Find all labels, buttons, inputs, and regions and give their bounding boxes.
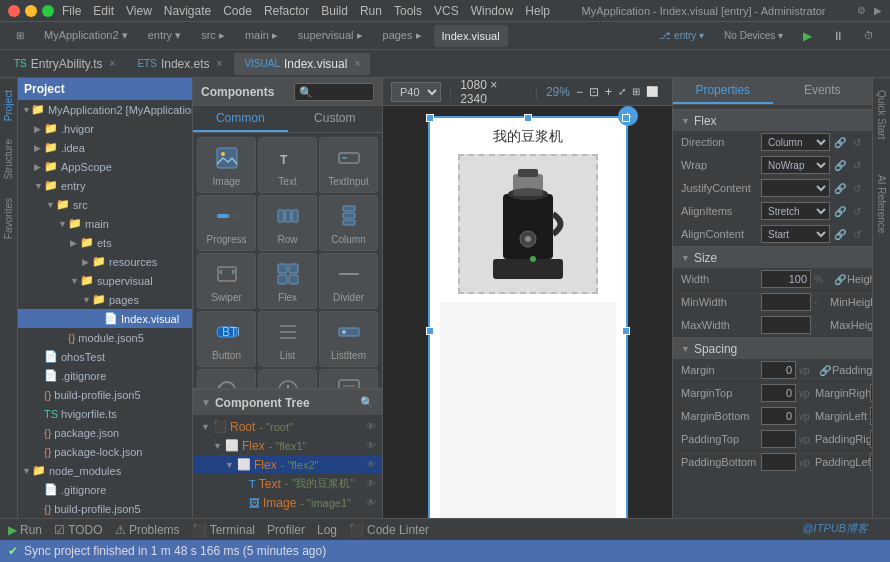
menu-item-run[interactable]: Run	[360, 4, 382, 18]
problems-btn[interactable]: ⚠ Problems	[115, 523, 180, 537]
align-content-select[interactable]: Start	[761, 225, 830, 243]
tree-item[interactable]: {}build-profile.json5	[18, 499, 192, 518]
settings-icon[interactable]: ⚙	[857, 5, 866, 16]
padding-top-input[interactable]	[761, 430, 796, 448]
tab-close-icon[interactable]: ×	[217, 58, 223, 69]
tree-item[interactable]: ▶📁ets	[18, 233, 192, 252]
file-tab-index-visual[interactable]: VISUALIndex.visual×	[234, 53, 370, 75]
quick-start-tab[interactable]: Quick Start	[874, 82, 889, 147]
comp-item-textinput[interactable]: TextInput	[319, 137, 378, 193]
zoom-out-btn[interactable]: −	[576, 85, 583, 99]
menu-item-build[interactable]: Build	[321, 4, 348, 18]
git-branch[interactable]: ⎇ entry ▾	[651, 25, 712, 47]
device-select[interactable]: P40	[391, 82, 441, 102]
align-items-select[interactable]: Stretch	[761, 202, 830, 220]
align-items-reset-icon[interactable]: ↺	[850, 204, 864, 218]
menu-item-tools[interactable]: Tools	[394, 4, 422, 18]
justify-reset-icon[interactable]: ↺	[850, 181, 864, 195]
wrap-reset-icon[interactable]: ↺	[850, 158, 864, 172]
visibility-icon[interactable]: 👁	[366, 478, 376, 489]
direction-select[interactable]: Column	[761, 133, 830, 151]
grid-btn[interactable]: ⊞	[632, 86, 640, 97]
tree-item[interactable]: {}build-profile.json5	[18, 385, 192, 404]
comp-item-textpicker[interactable]: TextPicker	[319, 369, 378, 388]
justify-select[interactable]	[761, 179, 830, 197]
main-selector[interactable]: main ▸	[237, 25, 286, 47]
comp-item-row[interactable]: Row	[258, 195, 317, 251]
zoom-reset-btn[interactable]: ⊡	[589, 85, 599, 99]
comp-item-timepicker[interactable]: TimePicker	[258, 369, 317, 388]
comp-item-divider[interactable]: Divider	[319, 253, 378, 309]
resize-handle-t[interactable]	[524, 114, 532, 122]
tree-item[interactable]: 📄.gitignore	[18, 480, 192, 499]
tab-close-icon[interactable]: ×	[110, 58, 116, 69]
supervisual-selector[interactable]: supervisual ▸	[290, 25, 371, 47]
comp-item-refresh[interactable]: Refresh	[197, 369, 256, 388]
menu-item-code[interactable]: Code	[223, 4, 252, 18]
tree-item[interactable]: 📄.gitignore	[18, 366, 192, 385]
pages-selector[interactable]: pages ▸	[375, 25, 430, 47]
tab-close-icon[interactable]: ×	[354, 58, 360, 69]
tab-events[interactable]: Events	[773, 78, 873, 104]
max-width-input[interactable]	[761, 316, 811, 334]
terminal-btn[interactable]: ⬛ Terminal	[192, 523, 255, 537]
visibility-icon[interactable]: 👁	[366, 421, 376, 432]
comp-item-listitem[interactable]: ListItem	[319, 311, 378, 367]
canvas-image-widget[interactable]	[458, 154, 598, 294]
comp-item-column[interactable]: Column	[319, 195, 378, 251]
comp-item-list[interactable]: List	[258, 311, 317, 367]
size-section-header[interactable]: ▼ Size	[673, 246, 872, 268]
tree-item[interactable]: ▼📁node_modules	[18, 461, 192, 480]
wrap-link-icon[interactable]: 🔗	[833, 158, 847, 172]
index-visual-selector[interactable]: Index.visual	[434, 25, 508, 47]
minimize-button[interactable]	[25, 5, 37, 17]
file-tab-entryability-ts[interactable]: TSEntryAbility.ts×	[4, 53, 125, 75]
code-linter-btn[interactable]: ⬛ Code Linter	[349, 523, 429, 537]
wrap-select[interactable]: NoWrap	[761, 156, 830, 174]
width-link-icon[interactable]: 🔗	[833, 272, 847, 286]
log-btn[interactable]: Log	[317, 523, 337, 537]
favorites-tab[interactable]: Favorites	[1, 190, 16, 247]
component-tree-header[interactable]: ▼ Component Tree 🔍	[193, 389, 382, 415]
width-input[interactable]	[761, 270, 811, 288]
tree-item[interactable]: ▶📁AppScope	[18, 157, 192, 176]
tab-custom[interactable]: Custom	[288, 106, 383, 132]
ai-reference-tab[interactable]: AI Reference	[874, 167, 889, 241]
comp-item-progress[interactable]: Progress	[197, 195, 256, 251]
device-selector[interactable]: No Devices ▾	[716, 25, 791, 47]
close-button[interactable]	[8, 5, 20, 17]
tree-item[interactable]: ▶📁.idea	[18, 138, 192, 157]
comp-item-button[interactable]: BTNButton	[197, 311, 256, 367]
menu-item-navigate[interactable]: Navigate	[164, 4, 211, 18]
app-selector[interactable]: MyApplication2 ▾	[36, 25, 136, 47]
project-tree[interactable]: ▼📁MyApplication2 [MyApplication]▶📁.hvigo…	[18, 100, 192, 518]
tree-item[interactable]: {}module.json5	[18, 328, 192, 347]
tab-common[interactable]: Common	[193, 106, 288, 132]
canvas-mode-btn[interactable]: ⬜	[646, 86, 658, 97]
todo-btn[interactable]: ☑ TODO	[54, 523, 103, 537]
comp-item-image[interactable]: Image	[197, 137, 256, 193]
margin-input[interactable]	[761, 361, 796, 379]
tree-item[interactable]: ▼📁MyApplication2 [MyApplication]	[18, 100, 192, 119]
menu-item-file[interactable]: File	[62, 4, 81, 18]
run-bottom-btn[interactable]: ▶ Run	[8, 523, 42, 537]
components-search[interactable]	[294, 83, 374, 101]
flex-section-header[interactable]: ▼ Flex	[673, 109, 872, 131]
resize-handle-tl[interactable]	[426, 114, 434, 122]
justify-link-icon[interactable]: 🔗	[833, 181, 847, 195]
tree-item[interactable]: ▼📁main	[18, 214, 192, 233]
visibility-icon[interactable]: 👁	[366, 440, 376, 451]
tree-item[interactable]: ▼📁pages	[18, 290, 192, 309]
menu-item-vcs[interactable]: VCS	[434, 4, 459, 18]
maximize-button[interactable]	[42, 5, 54, 17]
tree-item[interactable]: ▼📁entry	[18, 176, 192, 195]
fit-btn[interactable]: ⤢	[618, 86, 626, 97]
tree-item[interactable]: 📄ohosTest	[18, 347, 192, 366]
tree-item[interactable]: {}package-lock.json	[18, 442, 192, 461]
entry-selector[interactable]: entry ▾	[140, 25, 190, 47]
margin-link-icon[interactable]: 🔗	[818, 363, 832, 377]
align-content-link-icon[interactable]: 🔗	[833, 227, 847, 241]
tree-item[interactable]: ▶📁.hvigor	[18, 119, 192, 138]
spacing-section-header[interactable]: ▼ Spacing	[673, 337, 872, 359]
tree-item[interactable]: ▼📁src	[18, 195, 192, 214]
